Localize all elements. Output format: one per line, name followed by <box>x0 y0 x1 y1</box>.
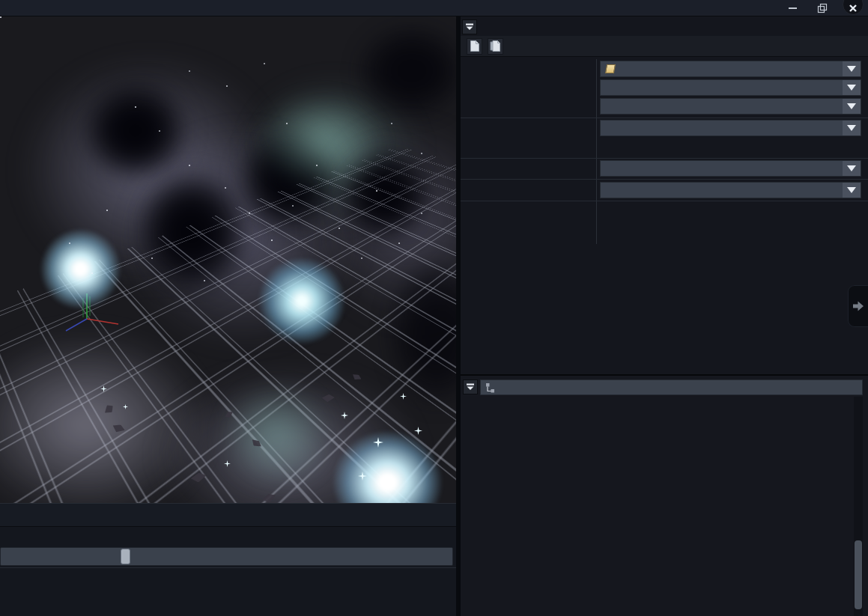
title-bar <box>0 0 868 16</box>
paste-button[interactable] <box>488 38 503 55</box>
chevron-down-icon <box>843 161 861 176</box>
configuration-dropdown[interactable] <box>600 98 861 115</box>
copy-icon <box>470 40 480 52</box>
left-pane <box>0 16 456 616</box>
copy-button[interactable] <box>467 38 482 55</box>
frame-slider[interactable] <box>0 547 453 566</box>
tree-filter-button[interactable] <box>463 379 478 394</box>
effekseer-window <box>0 0 868 616</box>
hierarchy-icon <box>485 382 495 393</box>
chevron-down-icon <box>843 80 861 95</box>
folder-icon <box>605 64 616 73</box>
color-all-dropdown[interactable] <box>600 120 861 136</box>
filter-icon <box>465 22 474 31</box>
paste-icon <box>490 40 501 52</box>
close-icon <box>849 2 858 14</box>
filter-icon <box>466 382 475 391</box>
arrow-right-icon <box>851 299 866 314</box>
close-button[interactable] <box>843 0 864 15</box>
panel-expand-handle[interactable] <box>848 285 868 327</box>
node-toolbar <box>461 36 868 57</box>
right-pane <box>461 16 868 616</box>
maximize-button[interactable] <box>811 0 834 16</box>
node-tree-panel <box>461 374 868 616</box>
tab-bar-container <box>461 19 868 36</box>
vertex-coords-dropdown[interactable] <box>600 182 861 198</box>
tree-scrollbar-thumb[interactable] <box>855 540 862 609</box>
maximize-icon <box>817 3 828 13</box>
stats-bar <box>0 503 456 527</box>
chevron-down-icon <box>843 121 861 135</box>
frame-slider-thumb[interactable] <box>121 549 130 564</box>
rendering-order-dropdown[interactable] <box>600 79 861 96</box>
tree-search-field[interactable] <box>480 379 863 395</box>
viewport-3d[interactable] <box>0 16 456 503</box>
minimize-button[interactable] <box>781 0 804 16</box>
render-type-dropdown[interactable] <box>600 61 861 77</box>
timeline-panel <box>0 528 456 616</box>
chevron-down-icon <box>843 183 861 198</box>
tree-scrollbar[interactable] <box>854 397 863 616</box>
vertex-color-dropdown[interactable] <box>600 160 861 177</box>
chevron-down-icon <box>843 61 861 76</box>
color-channels <box>600 138 861 154</box>
minimize-icon <box>789 7 797 9</box>
tab-bar <box>478 19 868 36</box>
chevron-down-icon <box>843 99 861 114</box>
renderer-settings-panel <box>461 57 868 374</box>
node-tree-list <box>461 397 868 600</box>
tab-filter-button[interactable] <box>462 19 477 34</box>
